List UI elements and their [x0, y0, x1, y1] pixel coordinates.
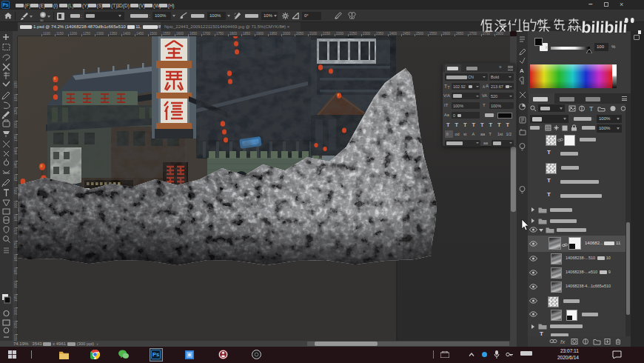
svg-text:1650: 1650 [14, 213, 18, 222]
svg-text:1750: 1750 [14, 240, 18, 248]
svg-text:2050: 2050 [14, 320, 18, 328]
svg-text:1900: 1900 [14, 280, 18, 288]
svg-text:1700: 1700 [14, 227, 18, 235]
svg-text:1950: 1950 [14, 293, 18, 302]
svg-text:1350: 1350 [14, 133, 18, 141]
svg-text:1550: 1550 [14, 187, 18, 195]
svg-text:2000: 2000 [14, 307, 18, 315]
svg-text:1850: 1850 [14, 267, 18, 275]
svg-text:2100: 2100 [14, 333, 18, 341]
svg-text:1450: 1450 [14, 160, 18, 168]
svg-text:1200: 1200 [14, 93, 18, 101]
svg-text:1300: 1300 [14, 120, 18, 128]
svg-text:1600: 1600 [14, 200, 18, 208]
svg-text:fx: fx [560, 339, 566, 345]
svg-text:T: T [589, 105, 594, 112]
svg-text:1500: 1500 [14, 173, 18, 182]
svg-text:1400: 1400 [14, 147, 18, 155]
svg-text:1150: 1150 [14, 81, 18, 88]
svg-text:1250: 1250 [14, 107, 18, 115]
svg-text:bilibili: bilibili [581, 19, 628, 36]
svg-text:1800: 1800 [14, 253, 18, 262]
svg-text:A: A [520, 67, 524, 74]
